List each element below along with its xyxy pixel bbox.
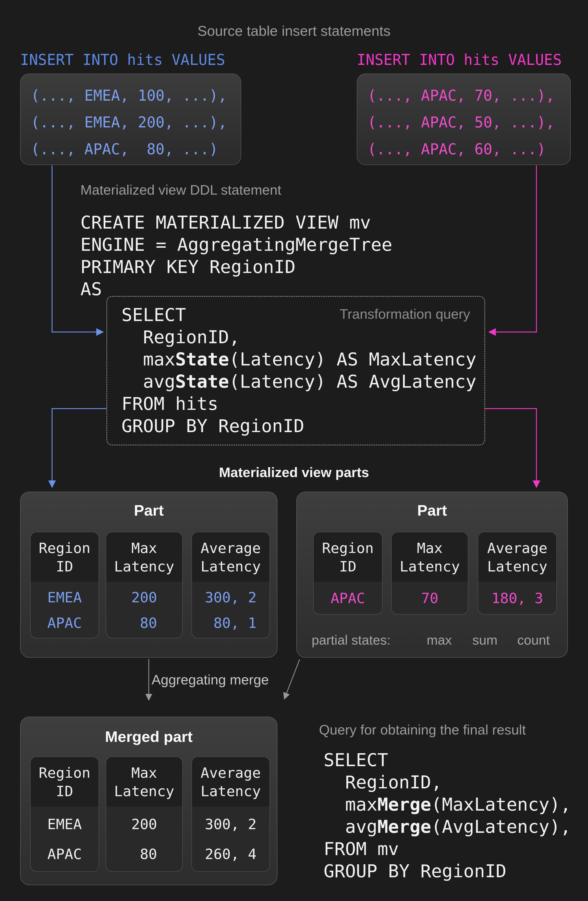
table-cell: 200 — [106, 584, 182, 610]
arrow-right-part-to-merged — [285, 659, 300, 698]
final-seg: avg — [324, 816, 378, 837]
insert-right-row: (..., APAC, 60, ...) — [367, 136, 570, 163]
final-line: FROM mv — [324, 838, 571, 860]
table-cell: APAC — [31, 839, 98, 869]
insert-right-header: INSERT INTO hits VALUES — [357, 51, 562, 68]
final-seg: max — [324, 794, 378, 815]
final-line: maxMerge(MaxLatency), — [324, 793, 571, 816]
table-cell: APAC — [314, 584, 382, 612]
column-average-latency: Average Latency 300, 2 80, 1 — [191, 532, 270, 639]
table-cell: 80 — [106, 839, 182, 869]
insert-left-row: (..., EMEA, 200, ...), — [31, 109, 241, 136]
final-query-code: SELECT RegionID, maxMerge(MaxLatency), a… — [324, 749, 571, 882]
final-query-title: Query for obtaining the final result — [319, 722, 526, 737]
merged-part-box: Merged part Region ID EMEA APAC Max Late… — [20, 717, 277, 885]
final-line: GROUP BY RegionID — [324, 860, 571, 882]
ddl-code-block: CREATE MATERIALIZED VIEW mv ENGINE = Agg… — [80, 212, 392, 300]
column-max-latency: Max Latency 200 80 — [106, 532, 183, 639]
column-average-latency: Average Latency 300, 2 260, 4 — [191, 756, 270, 872]
table-cell: EMEA — [31, 584, 98, 610]
transformation-query-code: SELECT RegionID, maxState(Latency) AS Ma… — [121, 304, 476, 437]
aggregating-merge-label: Aggregating merge — [152, 672, 269, 687]
ddl-line: PRIMARY KEY RegionID — [80, 256, 392, 278]
partial-states-label: partial states: — [312, 632, 390, 648]
final-seg: (AvgLatency), — [431, 816, 571, 837]
column-region-id: Region ID APAC — [313, 532, 383, 615]
partial-tag-max: max — [427, 632, 452, 648]
table-cell: 200 — [106, 809, 182, 839]
column-header: Region ID — [31, 757, 98, 806]
arrow-insert-right-to-query — [490, 165, 537, 332]
part-box-left: Part Region ID EMEA APAC Max Latency 200… — [20, 492, 277, 658]
tq-seg-bold: State — [175, 349, 229, 370]
ddl-line: ENGINE = AggregatingMergeTree — [80, 234, 392, 256]
column-header: Region ID — [314, 532, 382, 582]
tq-line: maxState(Latency) AS MaxLatency — [121, 348, 476, 371]
ddl-line: CREATE MATERIALIZED VIEW mv — [80, 212, 392, 234]
insert-left-row: (..., EMEA, 100, ...), — [31, 82, 241, 109]
final-line: SELECT — [324, 749, 571, 771]
diagram-canvas: Source table insert statements INSERT IN… — [0, 0, 588, 901]
insert-left-values-box: (..., EMEA, 100, ...), (..., EMEA, 200, … — [20, 73, 241, 165]
final-seg-bold: Merge — [378, 816, 431, 837]
table-cell: 80 — [106, 610, 182, 635]
ddl-title: Materialized view DDL statement — [80, 182, 281, 198]
final-line: RegionID, — [324, 771, 571, 793]
insert-left-row: (..., APAC, 80, ...) — [31, 136, 241, 163]
table-cell: 80, 1 — [192, 610, 269, 635]
tq-seg: (Latency) AS AvgLatency — [229, 371, 476, 392]
insert-right-values-box: (..., APAC, 70, ...), (..., APAC, 50, ..… — [357, 73, 571, 165]
partial-tag-count: count — [517, 632, 550, 648]
part-right-title: Part — [297, 502, 567, 519]
table-cell: EMEA — [31, 809, 98, 839]
column-header: Region ID — [31, 532, 98, 582]
final-line: avgMerge(AvgLatency), — [324, 816, 571, 838]
tq-seg: avg — [121, 371, 175, 392]
tq-line: SELECT — [121, 304, 476, 326]
tq-line: GROUP BY RegionID — [121, 415, 476, 437]
tq-line: avgState(Latency) AS AvgLatency — [121, 371, 476, 393]
table-cell: APAC — [31, 610, 98, 635]
column-max-latency: Max Latency 70 — [391, 532, 468, 615]
source-inserts-title: Source table insert statements — [0, 22, 588, 39]
column-header: Average Latency — [192, 757, 269, 806]
insert-right-row: (..., APAC, 70, ...), — [367, 82, 570, 109]
column-header: Max Latency — [106, 757, 182, 806]
final-seg-bold: Merge — [378, 794, 431, 815]
column-region-id: Region ID EMEA APAC — [30, 532, 99, 639]
column-header: Average Latency — [478, 532, 556, 582]
insert-right-row: (..., APAC, 50, ...), — [367, 109, 570, 136]
final-seg: (MaxLatency), — [431, 794, 571, 815]
transformation-query-box: Transformation query SELECT RegionID, ma… — [106, 296, 485, 446]
column-header: Max Latency — [392, 532, 468, 582]
table-cell: 260, 4 — [192, 839, 269, 869]
merged-part-title: Merged part — [21, 728, 277, 745]
insert-left-header: INSERT INTO hits VALUES — [20, 51, 225, 68]
table-cell: 180, 3 — [478, 584, 556, 612]
partial-tag-sum: sum — [472, 632, 498, 648]
column-max-latency: Max Latency 200 80 — [106, 756, 183, 872]
table-cell: 300, 2 — [192, 584, 269, 610]
table-cell: 70 — [392, 584, 468, 612]
table-cell: 300, 2 — [192, 809, 269, 839]
column-header: Max Latency — [106, 532, 182, 582]
tq-seg: (Latency) AS MaxLatency — [229, 349, 476, 370]
tq-line: RegionID, — [121, 326, 476, 348]
tq-seg-bold: State — [175, 371, 229, 392]
tq-line: FROM hits — [121, 393, 476, 415]
part-left-title: Part — [21, 502, 277, 519]
tq-seg: max — [121, 349, 175, 370]
column-average-latency: Average Latency 180, 3 — [478, 532, 557, 615]
column-region-id: Region ID EMEA APAC — [30, 756, 99, 872]
column-header: Average Latency — [192, 532, 269, 582]
mv-parts-title: Materialized view parts — [0, 464, 588, 480]
